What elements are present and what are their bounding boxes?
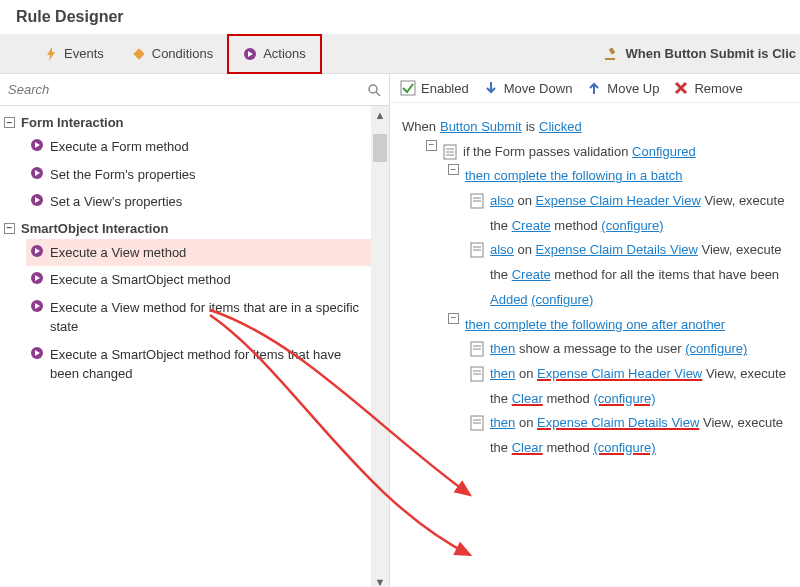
link-method[interactable]: Create	[512, 218, 551, 233]
arrow-circle-icon	[30, 193, 44, 207]
text: method	[546, 391, 589, 406]
rule-title-text: When Button Submit is Clic	[626, 46, 796, 61]
svg-rect-3	[605, 58, 615, 60]
arrow-down-icon	[483, 80, 499, 96]
arrow-circle-icon	[30, 299, 44, 313]
action-item[interactable]: Set the Form's properties	[26, 161, 371, 189]
item-label: Execute a SmartObject method for items t…	[50, 345, 367, 384]
link-clicked[interactable]: Clicked	[539, 115, 582, 140]
action-item[interactable]: Set a View's properties	[26, 188, 371, 216]
rule-action-line: also on Expense Claim Details View View,…	[470, 238, 792, 312]
rule-title: When Button Submit is Clic	[604, 46, 800, 62]
scrollbar-thumb[interactable]	[373, 134, 387, 162]
collapse-icon[interactable]: −	[448, 313, 459, 324]
page-header: Rule Designer	[0, 0, 800, 34]
item-label: Execute a View method	[50, 243, 186, 263]
tabs-row: Events Conditions Actions When Button Su…	[0, 34, 800, 74]
link-view[interactable]: Expense Claim Details View	[536, 242, 698, 257]
search-icon[interactable]	[367, 83, 381, 97]
link-configured[interactable]: Configured	[632, 144, 696, 159]
link-configure[interactable]: (configure)	[601, 218, 663, 233]
arrow-up-icon	[586, 80, 602, 96]
link-also[interactable]: also	[490, 193, 514, 208]
move-down-button[interactable]: Move Down	[483, 80, 573, 96]
category-label: SmartObject Interaction	[21, 221, 168, 236]
link-added[interactable]: Added	[490, 292, 528, 307]
link-then-batch[interactable]: then complete the following in a batch	[465, 168, 683, 183]
link-then-sequence[interactable]: then complete the following one after an…	[465, 317, 725, 332]
category-header[interactable]: − SmartObject Interaction	[4, 218, 371, 239]
link-view[interactable]: Expense Claim Details View	[537, 415, 699, 430]
link-configure[interactable]: (configure)	[593, 440, 655, 455]
toolbar: Enabled Move Down Move Up Remove	[390, 74, 800, 103]
document-icon	[443, 144, 457, 160]
action-item[interactable]: Execute a View method for items that are…	[26, 294, 371, 341]
link-configure[interactable]: (configure)	[531, 292, 593, 307]
tool-label: Move Down	[504, 81, 573, 96]
rule-action-line: also on Expense Claim Header View View, …	[470, 189, 792, 238]
link-view[interactable]: Expense Claim Header View	[536, 193, 701, 208]
svg-line-5	[376, 92, 380, 96]
item-label: Execute a View method for items that are…	[50, 298, 367, 337]
link-view[interactable]: Expense Claim Header View	[537, 366, 702, 381]
link-method[interactable]: Clear	[512, 440, 543, 455]
document-icon	[470, 366, 484, 382]
action-item-execute-view-method[interactable]: Execute a View method	[26, 239, 371, 267]
text: if the Form passes validation	[463, 144, 628, 159]
move-up-button[interactable]: Move Up	[586, 80, 659, 96]
text: on	[517, 193, 531, 208]
tab-actions[interactable]: Actions	[227, 34, 322, 74]
rule-action-line: then show a message to the user (configu…	[470, 337, 792, 362]
arrow-circle-icon	[243, 47, 257, 61]
tree-wrapper: − Form Interaction Execute a Form method…	[0, 106, 389, 587]
lightning-icon	[44, 47, 58, 61]
link-then[interactable]: then	[490, 415, 515, 430]
collapse-icon[interactable]: −	[4, 117, 15, 128]
remove-button[interactable]: Remove	[673, 80, 742, 96]
gavel-icon	[604, 46, 620, 62]
action-item[interactable]: Execute a SmartObject method	[26, 266, 371, 294]
link-method[interactable]: Clear	[512, 391, 543, 406]
text: on	[519, 415, 533, 430]
item-label: Set the Form's properties	[50, 165, 196, 185]
checkbox-checked-icon	[400, 80, 416, 96]
tab-conditions[interactable]: Conditions	[118, 34, 227, 74]
link-configure[interactable]: (configure)	[593, 391, 655, 406]
action-item[interactable]: Execute a Form method	[26, 133, 371, 161]
link-button-submit[interactable]: Button Submit	[440, 115, 522, 140]
right-panel: Enabled Move Down Move Up Remove When Bu…	[390, 74, 800, 587]
rule-if-node: − if the Form passes validation Configur…	[426, 140, 792, 165]
scrollbar[interactable]: ▲ ▼	[371, 106, 389, 587]
rule-action-line: then on Expense Claim Header View View, …	[470, 362, 792, 411]
link-configure[interactable]: (configure)	[685, 341, 747, 356]
link-then[interactable]: then	[490, 341, 515, 356]
x-icon	[673, 80, 689, 96]
text: on	[517, 242, 531, 257]
search-row	[0, 74, 389, 106]
link-then[interactable]: then	[490, 366, 515, 381]
svg-rect-2	[608, 47, 614, 54]
text: show a message to the user	[519, 341, 682, 356]
collapse-icon[interactable]: −	[448, 164, 459, 175]
collapse-icon[interactable]: −	[426, 140, 437, 151]
tab-events[interactable]: Events	[30, 34, 118, 74]
rule-action-line: then on Expense Claim Details View View,…	[470, 411, 792, 460]
enabled-toggle[interactable]: Enabled	[400, 80, 469, 96]
arrow-circle-icon	[30, 271, 44, 285]
document-icon	[470, 415, 484, 431]
tab-label: Events	[64, 46, 104, 61]
arrow-circle-icon	[30, 346, 44, 360]
link-also[interactable]: also	[490, 242, 514, 257]
diamond-icon	[132, 47, 146, 61]
svg-rect-0	[133, 48, 144, 59]
tab-label: Actions	[263, 46, 306, 61]
item-label: Execute a SmartObject method	[50, 270, 231, 290]
link-method[interactable]: Create	[512, 267, 551, 282]
arrow-circle-icon	[30, 138, 44, 152]
scroll-up-icon[interactable]: ▲	[371, 106, 389, 124]
collapse-icon[interactable]: −	[4, 223, 15, 234]
search-input[interactable]	[8, 82, 367, 97]
category-header[interactable]: − Form Interaction	[4, 112, 371, 133]
action-item[interactable]: Execute a SmartObject method for items t…	[26, 341, 371, 388]
scroll-down-icon[interactable]: ▼	[371, 573, 389, 587]
